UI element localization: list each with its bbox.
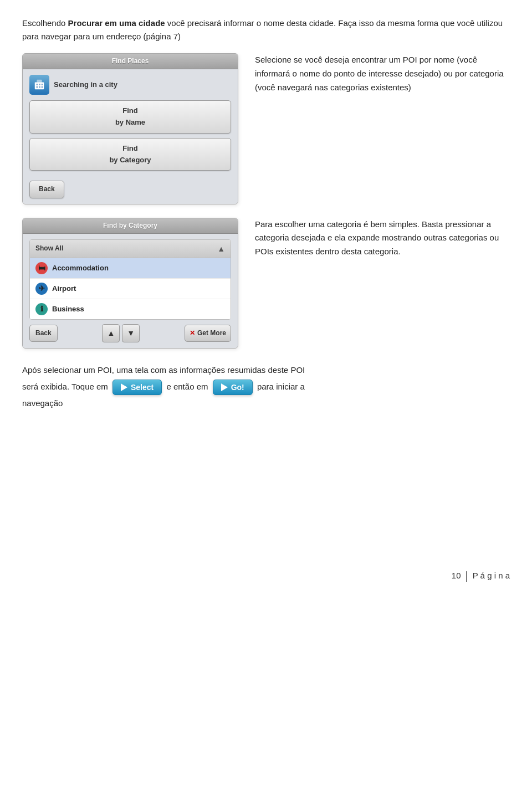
list-item-accommodation[interactable]: 🛏 Accommodation <box>30 258 231 279</box>
select-button[interactable]: Select <box>112 380 162 395</box>
arrow-up-btn[interactable]: ▲ <box>102 324 120 342</box>
navegacao-text: navegação <box>22 395 510 412</box>
select-triangle-icon <box>121 383 127 391</box>
text-para-iniciar: para iniciar a <box>257 382 305 391</box>
x-icon: ✕ <box>190 328 195 339</box>
right-text-1: Selecione se você deseja encontrar um PO… <box>255 53 510 94</box>
after-select-text: Após selecionar um POI, uma tela com as … <box>22 362 510 378</box>
airport-icon: ✈ <box>35 283 48 295</box>
navigation-instructions: será exibida. Toque em Select e então em… <box>22 378 510 395</box>
scroll-arrow-icon: ▲ <box>217 243 225 255</box>
device1-body: Searching in a city Find by Name Find by… <box>23 69 238 203</box>
svg-rect-4 <box>42 84 43 85</box>
svg-rect-7 <box>42 86 43 88</box>
bottom-section: Após selecionar um POI, uma tela com as … <box>22 362 510 412</box>
device2-back-btn[interactable]: Back <box>29 325 58 342</box>
list-header: Show All ▲ <box>30 240 231 258</box>
business-icon: ℹ <box>35 303 48 315</box>
building-icon <box>33 79 45 91</box>
arrow-down-btn[interactable]: ▼ <box>122 324 140 342</box>
list-item-airport[interactable]: ✈ Airport <box>30 279 231 299</box>
svg-rect-1 <box>37 80 42 83</box>
device2-title: Find by Category <box>23 218 238 234</box>
arrow-buttons: ▲ ▼ <box>102 324 140 342</box>
section-find-category: Find by Category Show All ▲ 🛏 Accommodat… <box>22 218 510 349</box>
device-find-places: Find Places <box>22 53 238 204</box>
page-divider: | <box>466 567 468 585</box>
get-more-btn[interactable]: ✕ Get More <box>185 325 231 342</box>
svg-rect-6 <box>39 86 40 88</box>
page-number: 10 <box>452 569 461 582</box>
device2-body: Show All ▲ 🛏 Accommodation ✈ Airport ℹ B… <box>23 234 238 348</box>
intro-text-1: Escolhendo <box>22 18 68 28</box>
category-list: Show All ▲ 🛏 Accommodation ✈ Airport ℹ B… <box>29 239 231 320</box>
text-before-select: será exibida. Toque em <box>22 382 108 391</box>
device1-icon-box <box>29 75 49 95</box>
device1-back-btn[interactable]: Back <box>29 181 64 198</box>
section-find-places: Find Places <box>22 53 510 204</box>
accommodation-icon: 🛏 <box>35 262 48 274</box>
find-by-name-btn[interactable]: Find by Name <box>29 100 231 134</box>
device2-column: Find by Category Show All ▲ 🛏 Accommodat… <box>22 218 238 349</box>
page-footer-area: 10 | P á g i n a <box>22 567 510 585</box>
svg-rect-3 <box>39 84 40 85</box>
go-triangle-icon <box>221 383 228 391</box>
device1-header-row: Searching in a city <box>29 75 231 95</box>
svg-rect-5 <box>37 86 38 88</box>
device-column: Find Places <box>22 53 238 204</box>
svg-rect-2 <box>37 84 38 85</box>
intro-bold: Procurar em uma cidade <box>68 18 165 28</box>
device1-header-text: Searching in a city <box>54 79 117 91</box>
list-item-business[interactable]: ℹ Business <box>30 299 231 319</box>
go-button[interactable]: Go! <box>213 380 253 395</box>
page-word: P á g i n a <box>473 569 510 582</box>
text-between-btns: e então em <box>166 382 208 391</box>
device1-title: Find Places <box>23 54 238 69</box>
right-text-2: Para escolher uma categoria é bem simple… <box>255 218 510 259</box>
device2-bottom-bar: Back ▲ ▼ ✕ Get More <box>29 324 231 342</box>
svg-rect-0 <box>35 83 44 90</box>
device-find-category: Find by Category Show All ▲ 🛏 Accommodat… <box>22 218 238 349</box>
page-footer: 10 | P á g i n a <box>22 567 510 585</box>
intro-paragraph: Escolhendo Procurar em uma cidade você p… <box>22 17 510 43</box>
find-by-category-btn[interactable]: Find by Category <box>29 138 231 171</box>
